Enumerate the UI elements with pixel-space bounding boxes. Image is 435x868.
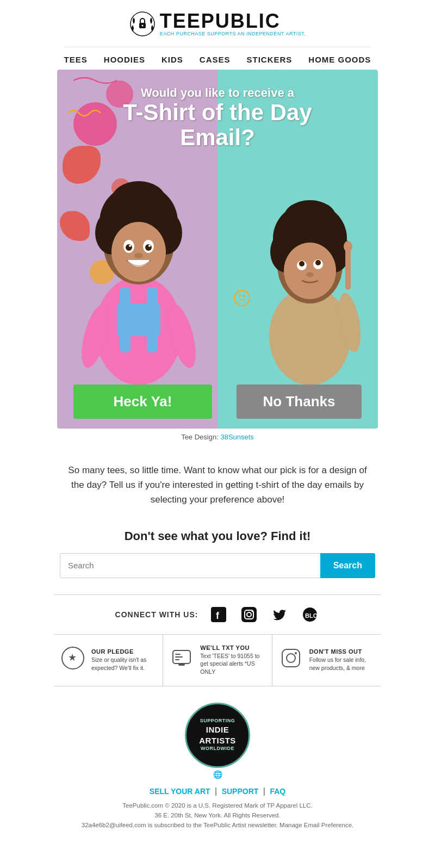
nav-home-goods[interactable]: HOME GOODS — [308, 55, 371, 64]
hero-text-overlay: Would you like to receive a T-Shirt of t… — [57, 86, 378, 150]
footer-connect: CONNECT WITH US: f BLOG — [54, 594, 381, 635]
indie-line1: SUPPORTING — [200, 718, 235, 724]
logo-tagline: EACH PURCHASE SUPPORTS AN INDEPENDENT AR… — [160, 31, 306, 36]
hero-line2: T-Shirt of the DayEmail? — [57, 100, 378, 150]
logo-icon — [129, 11, 156, 37]
svg-point-35 — [299, 261, 304, 266]
nav-hoodies[interactable]: HOODIES — [104, 55, 145, 64]
footer-card-txt-desc: Text 'TEES' to 91055 to get special aler… — [200, 652, 265, 676]
indie-line2: INDIE — [206, 724, 229, 735]
footer-card-pledge-desc: Size or quality isn't as expected? We'll… — [91, 656, 156, 672]
footer-legal: TeePublic.com © 2020 is a U.S. Registere… — [0, 801, 435, 841]
svg-point-57 — [287, 654, 295, 662]
footer-cards: ★ OUR PLEDGE Size or quality isn't as ex… — [54, 635, 381, 686]
svg-text:BLOG: BLOG — [305, 612, 318, 619]
footer-links: SELL YOUR ART | SUPPORT | FAQ — [0, 786, 435, 796]
footer-card-instagram: DON'T MISS OUT Follow us for sale info, … — [272, 635, 381, 686]
svg-rect-56 — [282, 649, 300, 667]
connect-label: CONNECT WITH US: — [115, 610, 198, 619]
site-header: TEEPUBLIC EACH PURCHASE SUPPORTS AN INDE… — [0, 0, 435, 70]
legal-line1: TeePublic.com © 2020 is a U.S. Registere… — [0, 801, 435, 810]
legal-line2: 36 E. 20th St, New York. All Rights Rese… — [0, 810, 435, 820]
hero-image: ✦ Would you like to receive a T-Shirt of… — [57, 70, 378, 429]
search-bar: Search — [60, 553, 375, 578]
logo[interactable]: TEEPUBLIC EACH PURCHASE SUPPORTS AN INDE… — [129, 11, 306, 37]
indie-circle: SUPPORTING INDIE ARTISTS WORLDWIDE — [185, 703, 250, 768]
person-right — [247, 178, 372, 385]
footer-card-txt: WE'LL TXT YOU Text 'TEES' to 91055 to ge… — [163, 635, 272, 686]
support-link[interactable]: SUPPORT — [222, 787, 259, 796]
search-heading: Don't see what you love? Find it! — [0, 529, 435, 543]
sell-your-art-link[interactable]: SELL YOUR ART — [150, 787, 210, 796]
footer-card-txt-text: WE'LL TXT YOU Text 'TEES' to 91055 to ge… — [200, 644, 265, 676]
hero-caption: Tee Design: 38Sunsets — [57, 433, 378, 441]
pledge-icon: ★ — [61, 646, 85, 674]
svg-point-58 — [295, 652, 297, 654]
svg-point-15 — [111, 181, 166, 219]
svg-rect-53 — [175, 656, 183, 658]
hero-line1: Would you like to receive a — [57, 86, 378, 100]
svg-point-32 — [284, 243, 336, 299]
facebook-icon[interactable]: f — [209, 605, 228, 624]
svg-text:★: ★ — [68, 652, 77, 663]
footer-card-instagram-desc: Follow us for sale info, new products, &… — [309, 656, 374, 672]
svg-rect-54 — [175, 659, 179, 660]
search-button[interactable]: Search — [320, 553, 375, 578]
nav-stickers[interactable]: STICKERS — [247, 55, 293, 64]
svg-point-22 — [148, 245, 151, 247]
person-right-svg — [247, 178, 372, 385]
svg-text:f: f — [216, 610, 220, 621]
blog-icon[interactable]: BLOG — [300, 605, 320, 624]
svg-point-46 — [252, 610, 253, 612]
search-input[interactable] — [60, 553, 320, 578]
footer-card-instagram-text: DON'T MISS OUT Follow us for sale info, … — [309, 648, 374, 672]
svg-point-31 — [284, 200, 336, 235]
instagram-icon[interactable] — [239, 605, 259, 624]
svg-point-23 — [134, 253, 143, 258]
indie-line4: WORLDWIDE — [201, 746, 234, 752]
nav-tees[interactable]: TEES — [64, 55, 88, 64]
search-section: Don't see what you love? Find it! Search — [0, 524, 435, 594]
legal-line3: 32a4e6b2@uifeed.com is subscribed to the… — [0, 820, 435, 830]
hero-cta-yes[interactable]: Heck Ya! — [73, 385, 212, 419]
main-nav: TEES HOODIES KIDS CASES STICKERS HOME GO… — [64, 47, 371, 64]
svg-point-36 — [315, 260, 321, 265]
hero-cta-no[interactable]: No Thanks — [237, 385, 362, 419]
footer-instagram-icon — [279, 646, 303, 674]
footer-card-pledge: ★ OUR PLEDGE Size or quality isn't as ex… — [54, 635, 163, 686]
person-left-svg — [68, 157, 209, 385]
logo-name: TEEPUBLIC — [160, 11, 306, 31]
svg-point-39 — [344, 241, 352, 252]
footer-card-instagram-title: DON'T MISS OUT — [309, 648, 374, 655]
svg-rect-43 — [241, 607, 257, 622]
svg-rect-52 — [175, 654, 181, 655]
nav-cases[interactable]: CASES — [200, 55, 231, 64]
svg-point-20 — [145, 244, 152, 251]
txt-icon — [170, 646, 194, 674]
footer-card-pledge-text: OUR PLEDGE Size or quality isn't as expe… — [91, 648, 156, 672]
person-left — [68, 157, 209, 385]
svg-point-21 — [129, 245, 131, 247]
indie-line3: ARTISTS — [199, 735, 236, 746]
twitter-icon[interactable] — [270, 605, 289, 624]
indie-globe: 🌐 — [0, 770, 435, 779]
indie-badge: SUPPORTING INDIE ARTISTS WORLDWIDE 🌐 — [0, 703, 435, 779]
logo-text: TEEPUBLIC EACH PURCHASE SUPPORTS AN INDE… — [160, 11, 306, 36]
link-separator-1: | — [215, 786, 217, 796]
faq-link[interactable]: FAQ — [270, 787, 285, 796]
link-separator-2: | — [263, 786, 265, 796]
hero-caption-link[interactable]: 38Sunsets — [220, 433, 253, 441]
footer-card-pledge-title: OUR PLEDGE — [91, 648, 156, 655]
svg-rect-10 — [117, 303, 160, 336]
svg-point-37 — [306, 272, 314, 277]
hero-section: ✦ Would you like to receive a T-Shirt of… — [57, 70, 378, 441]
svg-rect-55 — [178, 664, 185, 666]
body-text: So many tees, so little time. Want to kn… — [63, 463, 372, 507]
svg-point-16 — [111, 222, 166, 282]
svg-point-2 — [141, 25, 143, 27]
svg-point-19 — [126, 244, 132, 251]
nav-kids[interactable]: KIDS — [161, 55, 183, 64]
footer-card-txt-title: WE'LL TXT YOU — [200, 644, 265, 651]
